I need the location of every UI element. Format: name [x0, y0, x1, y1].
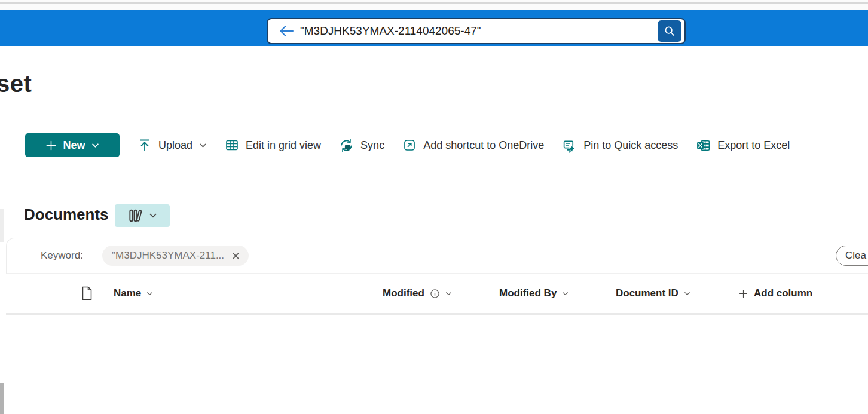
add-column-button[interactable]: Add column: [738, 287, 812, 299]
column-label: Modified: [383, 287, 424, 299]
file-icon: [81, 286, 93, 301]
left-scrollbar-track[interactable]: [0, 209, 4, 242]
search-input[interactable]: [300, 24, 684, 38]
column-header-modified-by[interactable]: Modified By: [499, 287, 569, 299]
top-divider-line: [0, 2, 868, 4]
library-view-icon: [127, 208, 143, 223]
keyword-filter-value: "M3DJHK53YMAX-211...: [112, 250, 224, 262]
column-label: Name: [114, 287, 141, 299]
sync-icon: [339, 138, 354, 153]
column-header-name[interactable]: Name: [114, 287, 153, 299]
plus-icon: [45, 140, 57, 151]
table-header-row: Name Modified Modified By Document ID Ad: [4, 274, 868, 313]
search-button[interactable]: [658, 20, 681, 42]
excel-icon: [696, 138, 711, 153]
clear-filters-button[interactable]: Clea: [836, 246, 868, 266]
column-label: Modified By: [499, 287, 557, 299]
close-icon: [231, 252, 240, 260]
chevron-down-icon: [684, 290, 690, 297]
back-arrow-button[interactable]: [268, 24, 300, 38]
grid-view-icon: [225, 138, 239, 152]
browser-edge-strip: [0, 0, 868, 10]
back-arrow-icon: [279, 24, 294, 38]
upload-icon: [137, 138, 152, 152]
add-shortcut-to-onedrive-button[interactable]: Add shortcut to OneDrive: [402, 138, 544, 152]
add-shortcut-label: Add shortcut to OneDrive: [423, 139, 544, 152]
filter-bar: Keyword: "M3DJHK53YMAX-211... Clea: [6, 238, 868, 274]
search-box: [267, 18, 686, 44]
column-header-modified[interactable]: Modified: [383, 287, 452, 299]
keyword-filter-pill[interactable]: "M3DJHK53YMAX-211...: [102, 246, 249, 266]
new-button[interactable]: New: [25, 133, 120, 157]
content-left-border: [4, 124, 4, 414]
library-title: Documents: [24, 206, 109, 224]
add-column-label: Add column: [754, 287, 812, 299]
sharepoint-document-library-page: { "colors": { "suite_bar_blue": "#0c7bd8…: [0, 0, 868, 414]
page-title-partial: set: [0, 70, 32, 97]
pin-to-quick-access-label: Pin to Quick access: [583, 139, 678, 152]
suite-header-bar: [0, 10, 868, 46]
shortcut-icon: [402, 138, 417, 152]
sync-label: Sync: [360, 139, 384, 152]
file-type-column-header[interactable]: [81, 286, 93, 301]
new-button-label: New: [63, 139, 85, 152]
export-to-excel-button[interactable]: Export to Excel: [696, 138, 790, 153]
keyword-filter-label: Keyword:: [41, 250, 83, 262]
info-icon: [430, 289, 440, 299]
plus-icon: [738, 289, 748, 299]
chevron-down-icon: [146, 290, 153, 297]
left-scrollbar-thumb[interactable]: [0, 383, 4, 414]
pin-icon: [562, 138, 577, 153]
upload-label: Upload: [158, 139, 192, 152]
search-icon: [663, 24, 676, 38]
edit-in-grid-view-label: Edit in grid view: [246, 139, 321, 152]
chevron-down-icon: [91, 142, 99, 149]
chevron-down-icon: [149, 211, 157, 220]
table-header-divider: [6, 313, 868, 315]
sync-button[interactable]: Sync: [339, 138, 384, 153]
export-to-excel-label: Export to Excel: [717, 139, 790, 152]
chevron-down-icon: [199, 142, 207, 149]
pin-to-quick-access-button[interactable]: Pin to Quick access: [562, 138, 678, 153]
chevron-down-icon: [562, 290, 569, 297]
column-label: Document ID: [616, 287, 678, 299]
upload-button[interactable]: Upload: [137, 138, 207, 152]
view-selector-button[interactable]: [115, 204, 170, 227]
edit-in-grid-view-button[interactable]: Edit in grid view: [225, 138, 321, 152]
remove-keyword-filter-button[interactable]: [231, 252, 240, 260]
chevron-down-icon: [445, 290, 452, 297]
column-header-document-id[interactable]: Document ID: [616, 287, 690, 299]
command-bar: New Upload Edit in grid view: [4, 125, 868, 165]
